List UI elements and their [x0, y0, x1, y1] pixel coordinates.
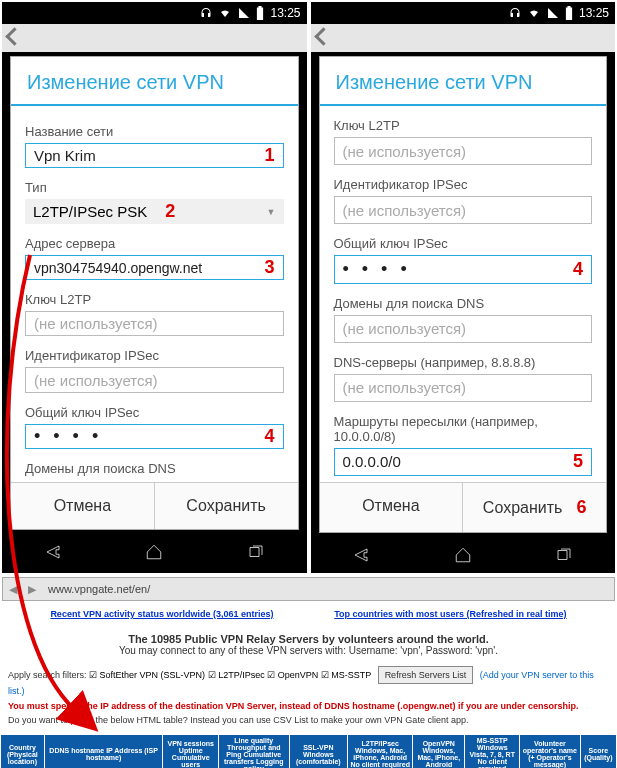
placeholder-ipsecid: (не используется)	[34, 372, 158, 389]
status-bar: 13:25	[2, 2, 307, 24]
th-ovpn: OpenVPN Windows, Mac, iPhone, Android	[413, 734, 465, 768]
android-nav-bar	[2, 534, 307, 570]
placeholder-dnsservers-r: (не используется)	[343, 379, 467, 396]
nav-back-icon[interactable]	[43, 543, 63, 561]
input-server-address[interactable]: vpn304754940.opengw.net 3	[25, 255, 284, 280]
android-nav-bar-r	[311, 537, 616, 573]
filter-l2tp[interactable]: ☑ L2TP/IPsec	[208, 670, 265, 680]
cancel-button[interactable]: Отмена	[11, 483, 155, 529]
label-name: Название сети	[25, 124, 284, 139]
link-recent-activity[interactable]: Recent VPN activity status worldwide (3,…	[50, 609, 273, 619]
nav-recent-icon[interactable]	[246, 543, 266, 561]
annotation-1: 1	[264, 145, 274, 166]
filter-openvpn[interactable]: ☑ OpenVPN	[267, 670, 318, 680]
servers-table: Country (Physical location) DDNS hostnam…	[0, 734, 617, 768]
subline: You may connect to any of these VPN serv…	[119, 645, 498, 656]
annotation-6: 6	[576, 497, 586, 518]
input-dns-servers-r[interactable]: (не используется)	[334, 374, 593, 402]
annotation-5: 5	[573, 451, 583, 472]
signal-icon	[547, 7, 559, 19]
nav-back-icon-r[interactable]	[351, 546, 371, 564]
wifi-icon	[527, 7, 541, 19]
input-ipsec-psk[interactable]: • • • • 4	[25, 424, 284, 449]
vpn-edit-dialog: Изменение сети VPN Название сети Vpn Kri…	[10, 56, 299, 530]
address-url: www.vpngate.net/en/	[48, 583, 150, 595]
link-top-countries[interactable]: Top countries with most users (Refreshed…	[334, 609, 566, 619]
headline: The 10985 Public VPN Relay Servers by vo…	[128, 633, 489, 645]
clock: 13:25	[270, 6, 300, 20]
annotation-4a: 4	[264, 426, 274, 447]
value-psk-r: • • • •	[343, 259, 411, 280]
th-sstp: MS-SSTP Windows Vista, 7, 8, RT No clien…	[465, 734, 520, 768]
annotation-4b: 4	[573, 259, 583, 280]
value-psk: • • • •	[34, 426, 102, 447]
label-ipsec-id-r: Идентификатор IPSec	[334, 177, 593, 192]
filters-lead: Apply search filters:	[8, 670, 87, 680]
th-hostname: DDNS hostname IP Address (ISP hostname)	[44, 734, 163, 768]
annotation-2: 2	[165, 201, 175, 222]
save-label-r: Сохранить	[483, 499, 563, 517]
wifi-icon	[218, 7, 232, 19]
input-ipsec-id-r[interactable]: (не используется)	[334, 196, 593, 224]
save-button[interactable]: Сохранить	[155, 483, 298, 529]
filter-mssstp[interactable]: ☑ MS-SSTP	[321, 670, 371, 680]
signal-icon	[238, 7, 250, 19]
th-score: Score (Quality)	[580, 734, 616, 768]
back-icon-r[interactable]	[317, 30, 330, 46]
dialog-title: Изменение сети VPN	[11, 57, 298, 106]
dialog-body-left: Название сети Vpn Krim 1 Тип L2TP/IPSec …	[11, 106, 298, 482]
input-ipsec-id[interactable]: (не используется)	[25, 367, 284, 392]
label-dns-search-r: Домены для поиска DNS	[334, 296, 593, 311]
dropdown-vpn-type[interactable]: L2TP/IPSec PSK 2	[25, 199, 284, 224]
nav-recent-icon-r[interactable]	[554, 546, 574, 564]
battery-icon	[256, 6, 264, 20]
input-l2tp-key-r[interactable]: (не используется)	[334, 137, 593, 165]
label-dns-search: Домены для поиска DNS	[25, 461, 284, 476]
value-server-address: vpn304754940.opengw.net	[34, 260, 202, 276]
value-vpn-name: Vpn Krim	[34, 147, 96, 164]
input-vpn-name[interactable]: Vpn Krim 1	[25, 143, 284, 168]
label-ipsec-key: Общий ключ IPSec	[25, 405, 284, 420]
input-dns-search-r[interactable]: (не используется)	[334, 315, 593, 343]
nav-home-icon[interactable]	[144, 543, 164, 561]
android-action-bar	[2, 24, 307, 52]
address-bar[interactable]: www.vpngate.net/en/	[2, 577, 615, 601]
filter-softether[interactable]: ☑ SoftEther VPN (SSL-VPN)	[89, 670, 205, 680]
refresh-button[interactable]: Refresh Servers List	[378, 666, 474, 684]
clock-r: 13:25	[579, 6, 609, 20]
input-ipsec-psk-r[interactable]: • • • • 4	[334, 255, 593, 283]
input-l2tp-key[interactable]: (не используется)	[25, 311, 284, 336]
placeholder-l2tp-r: (не используется)	[343, 143, 467, 160]
th-ssl: SSL-VPN Windows (comfortable)	[289, 734, 347, 768]
filter-row: Apply search filters: ☑ SoftEther VPN (S…	[0, 664, 617, 730]
dialog-title-r: Изменение сети VPN	[320, 57, 607, 106]
th-l2tp: L2TP/IPsec Windows, Mac, iPhone, Android…	[348, 734, 413, 768]
dialog-body-right: Ключ L2TP (не используется) Идентификато…	[320, 106, 607, 482]
cancel-button-r[interactable]: Отмена	[320, 483, 464, 532]
th-line: Line quality Throughput and Ping Cumulat…	[218, 734, 289, 768]
save-button-r[interactable]: Сохранить 6	[463, 483, 606, 532]
battery-icon	[565, 6, 573, 20]
th-sessions: VPN sessions Uptime Cumulative users	[163, 734, 218, 768]
label-server: Адрес сервера	[25, 236, 284, 251]
placeholder-dnssearch-r: (не используется)	[343, 320, 467, 337]
annotation-3: 3	[264, 257, 274, 278]
nav-home-icon-r[interactable]	[453, 546, 473, 564]
value-routes-r: 0.0.0.0/0	[343, 453, 401, 470]
value-vpn-type: L2TP/IPSec PSK	[33, 203, 147, 220]
back-icon[interactable]	[8, 30, 21, 46]
android-action-bar-r	[311, 24, 616, 52]
top-links: Recent VPN activity status worldwide (3,…	[0, 603, 617, 625]
headset-icon	[200, 7, 212, 19]
input-routes-r[interactable]: 0.0.0.0/0 5	[334, 448, 593, 476]
th-country: Country (Physical location)	[1, 734, 45, 768]
promo-text: The 10985 Public VPN Relay Servers by vo…	[0, 625, 617, 664]
label-ipsec-id: Идентификатор IPSec	[25, 348, 284, 363]
th-operator: Volunteer operator's name (+ Operator's …	[520, 734, 581, 768]
label-routes-r: Маршруты пересылки (например, 10.0.0.0/8…	[334, 414, 593, 444]
vpn-edit-dialog-r: Изменение сети VPN Ключ L2TP (не использ…	[319, 56, 608, 533]
label-ipsec-key-r: Общий ключ IPSec	[334, 236, 593, 251]
label-dns-servers-r: DNS-серверы (например, 8.8.8.8)	[334, 355, 593, 370]
label-l2tp-key-r: Ключ L2TP	[334, 118, 593, 133]
status-bar-r: 13:25	[311, 2, 616, 24]
